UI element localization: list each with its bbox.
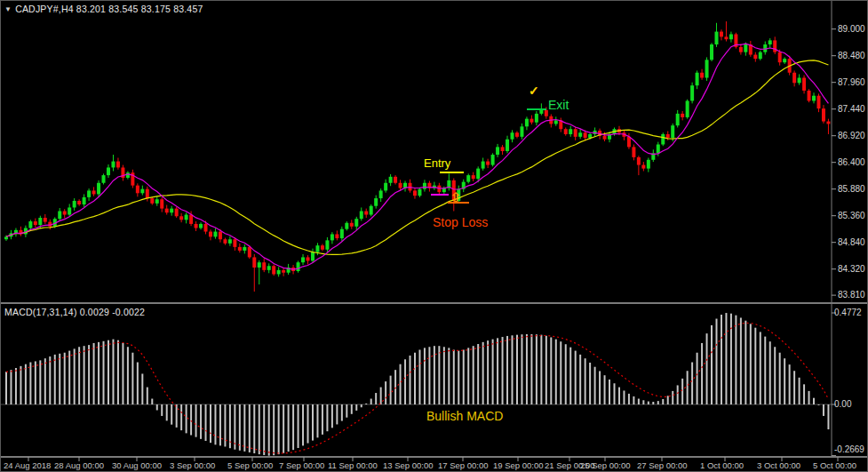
time-axis-label: 3 Sep 00:00 [170, 460, 215, 470]
macd-axis-label: 0.00 [834, 399, 851, 409]
time-axis-label: 5 Oct 00:00 [813, 460, 856, 470]
chart-title: ▼CADJPY#,H4 83.201 83.545 83.175 83.457 [4, 4, 203, 14]
time-axis-label: 5 Sep 00:00 [227, 460, 273, 470]
time-axis-label: 19 Sep 00:00 [493, 460, 544, 470]
price-axis-label: 86.920 [838, 131, 865, 140]
price-axis-label: 84.840 [838, 237, 865, 247]
chevron-down-icon: ▼ [4, 5, 12, 13]
time-axis-label: 17 Sep 00:00 [438, 460, 489, 470]
macd-axis-label: -0.2669 [834, 444, 864, 454]
time-axis-label: 13 Sep 00:00 [383, 460, 434, 470]
chart-canvas[interactable] [1, 1, 868, 472]
price-axis-label: 88.480 [838, 51, 865, 60]
price-axis-label: 83.810 [838, 290, 865, 300]
price-axis-label: 85.360 [838, 211, 865, 220]
mt4-chart-window: ▼CADJPY#,H4 83.201 83.545 83.175 83.457 … [0, 0, 868, 472]
price-axis-label: 87.440 [838, 104, 865, 114]
time-axis-label: 24 Aug 2018 [4, 460, 51, 470]
checkmark-icon: ✓ [529, 84, 539, 98]
price-axis-label: 84.320 [838, 264, 865, 274]
price-axis-label: 87.960 [838, 77, 865, 87]
macd-indicator-label: MACD(17,31,14) 0.0029 -0.0022 [4, 307, 145, 317]
bullish-macd-label[interactable]: Bullish MACD [426, 409, 503, 423]
entry-label[interactable]: Entry [424, 156, 450, 170]
up-arrow-icon: ⇧ [450, 190, 461, 204]
time-axis-label: 28 Aug 00:00 [54, 460, 104, 470]
time-axis-label: 7 Sep 00:00 [279, 460, 324, 470]
time-axis-label: 1 Oct 00:00 [700, 460, 744, 470]
chart-title-text: CADJPY#,H4 83.201 83.545 83.175 83.457 [15, 4, 203, 14]
price-axis-label: 85.880 [838, 184, 865, 194]
time-axis-label: 3 Oct 00:00 [757, 460, 800, 470]
macd-axis-label: 0.4772 [834, 308, 862, 317]
exit-label[interactable]: Exit [548, 98, 569, 112]
price-axis-label: 86.400 [838, 157, 865, 167]
time-axis-label: 30 Aug 00:00 [112, 460, 162, 470]
stop-loss-label[interactable]: Stop Loss [433, 215, 488, 229]
price-axis-label: 89.000 [838, 24, 865, 34]
time-axis-label: 27 Sep 00:00 [637, 460, 688, 470]
time-axis-label: 25 Sep 00:00 [580, 460, 631, 470]
time-axis-label: 11 Sep 00:00 [328, 460, 378, 470]
